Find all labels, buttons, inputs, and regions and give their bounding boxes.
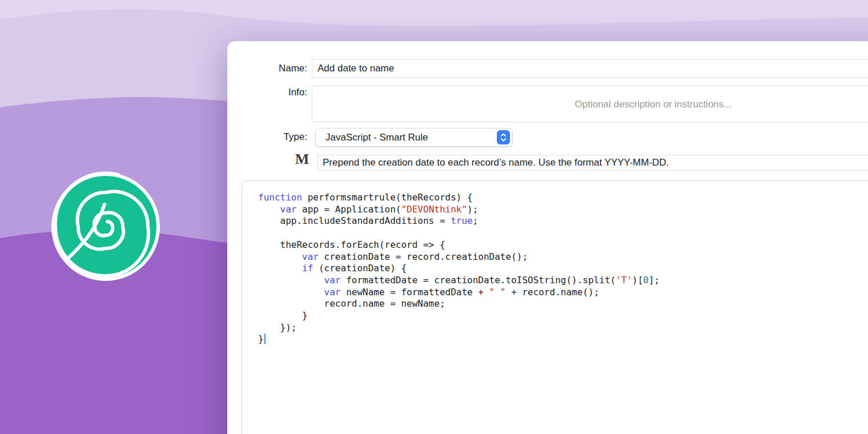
ai-prompt-input[interactable]: Prepend the creation date to each record… [318,155,868,171]
name-input[interactable]: Add date to name [312,59,868,78]
type-popup-value: JavaScript - Smart Rule [326,132,428,143]
info-placeholder: Optional description or instructions... [575,99,732,110]
code-line: var newName = formattedDate + " " + reco… [258,287,868,299]
script-editor[interactable]: function performsmartrule(theRecords) { … [242,180,868,434]
code-line: app.includeStandardAdditions = true; [258,215,868,227]
type-label: Type: [227,131,307,143]
code-line: if (creationDate) { [258,263,868,275]
code-line: }); [258,322,868,334]
code-line: var app = Application("DEVONthink"); [258,204,868,216]
code-line: record.name = newName; [258,298,868,310]
code-line: } [258,333,868,345]
screen: Name: Add date to name Info: Optional de… [0,0,868,434]
type-popup[interactable]: JavaScript - Smart Rule [315,128,513,147]
name-label: Name: [227,63,307,74]
stepper-chevrons-icon[interactable] [497,130,510,144]
code-line: var creationDate = record.creationDate()… [258,251,868,263]
code-line: } [258,310,868,322]
code-line: function performsmartrule(theRecords) { [258,192,868,204]
code-line: theRecords.forEach(record => { [258,239,868,251]
code-line: var formattedDate = creationDate.toISOSt… [258,275,868,287]
info-label: Info: [227,87,307,98]
smart-rule-editor-dialog: Name: Add date to name Info: Optional de… [227,41,868,434]
code-line [258,227,868,239]
ai-model-icon: M [294,151,310,167]
devonthink-logo [50,170,164,284]
text-caret [264,333,266,344]
